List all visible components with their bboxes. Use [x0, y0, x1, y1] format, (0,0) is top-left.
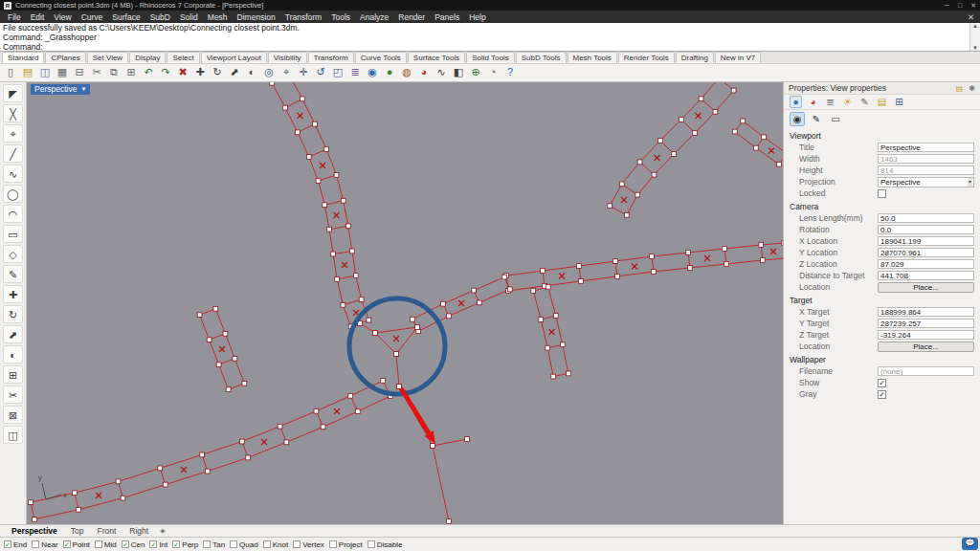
save-icon[interactable]: ◫ — [37, 65, 53, 80]
viewport-canvas[interactable]: xy — [27, 82, 783, 524]
array-tool-icon[interactable]: ⊞ — [3, 365, 23, 384]
circle-tool-icon[interactable]: ◯ — [3, 185, 23, 203]
camera-props-tab-icon[interactable]: ◉ — [790, 112, 805, 126]
toolbar-tab-curve-tools[interactable]: Curve Tools — [355, 52, 407, 63]
y-target-field[interactable]: 287239.257 — [878, 319, 974, 328]
command-scrollbar[interactable]: ▲ ▼ — [969, 23, 980, 51]
toolbar-tab-new-in-v7[interactable]: New in V7 — [715, 52, 761, 63]
materials-tab-icon[interactable]: ◕ — [807, 96, 819, 108]
delete-icon[interactable]: ✖ — [175, 65, 190, 80]
zoom-extents-icon[interactable]: ◎ — [261, 65, 277, 80]
osnap-end-checkbox[interactable]: ✓ — [4, 540, 11, 548]
properties-tab-icon[interactable]: ● — [790, 96, 802, 108]
rotation-field[interactable]: 0.0 — [878, 225, 974, 234]
command-line-3[interactable]: Command: — [0, 42, 969, 51]
cut-icon[interactable]: ✂ — [89, 65, 104, 80]
split-tool-icon[interactable]: ⊠ — [3, 406, 23, 424]
arc-tool-icon[interactable]: ◠ — [3, 205, 23, 223]
move-tool-icon[interactable]: ✚ — [3, 285, 23, 303]
zoom-window-icon[interactable]: ⌖ — [278, 65, 294, 80]
menu-render[interactable]: Render — [393, 12, 430, 22]
viewport-props-tab-icon[interactable]: ▭ — [828, 112, 843, 126]
minimize-button[interactable]: ─ — [945, 2, 949, 10]
help-icon[interactable]: ? — [502, 65, 518, 80]
x-target-field[interactable]: 188999.864 — [878, 307, 974, 317]
maximize-button[interactable]: □ — [958, 2, 962, 10]
osnap-quad[interactable]: Quad — [230, 540, 258, 549]
rectangle-tool-icon[interactable]: ▭ — [3, 225, 23, 243]
print-icon[interactable]: ▦ — [55, 65, 70, 80]
menu-transform[interactable]: Transform — [280, 12, 326, 22]
toolbar-tab-display[interactable]: Display — [129, 52, 166, 63]
move-icon[interactable]: ✚ — [192, 65, 208, 80]
osnap-disable-checkbox[interactable] — [368, 540, 375, 548]
select-pointer-icon[interactable]: ◤ — [3, 84, 23, 102]
join-tool-icon[interactable]: ◫ — [3, 426, 23, 444]
toolbar-tab-set-view[interactable]: Set View — [87, 52, 128, 63]
location-place-button[interactable]: Place... — [878, 342, 974, 352]
lasso-select-icon[interactable]: ╳ — [3, 104, 23, 122]
record-history-icon[interactable]: ◔ — [485, 65, 501, 80]
osnap-knot-checkbox[interactable] — [263, 540, 271, 548]
toolbar-tab-surface-tools[interactable]: Surface Tools — [408, 52, 465, 63]
osnap-near-checkbox[interactable] — [32, 540, 39, 548]
toolbar-tab-subd-tools[interactable]: SubD Tools — [516, 52, 567, 63]
x-location-field[interactable]: 189041.199 — [878, 236, 974, 246]
properties-panel-icon[interactable]: ◉ — [365, 65, 380, 80]
undo-icon[interactable]: ↶ — [141, 65, 156, 80]
menu-mesh[interactable]: Mesh — [203, 12, 233, 22]
osnap-end[interactable]: ✓End — [4, 540, 27, 549]
osnap-knot[interactable]: Knot — [263, 540, 288, 549]
scroll-up-icon[interactable]: ▲ — [972, 23, 978, 29]
menu-subd[interactable]: SubD — [145, 12, 175, 22]
menu-close-icon[interactable]: ✕ — [962, 12, 980, 22]
new-file-icon[interactable]: ▯ — [3, 65, 18, 80]
viewport-tab-front[interactable]: Front — [91, 526, 122, 536]
osnap-disable[interactable]: Disable — [368, 540, 403, 549]
z-location-field[interactable]: 87.029 — [878, 259, 974, 269]
osnap-perp-checkbox[interactable]: ✓ — [172, 540, 180, 548]
menu-help[interactable]: Help — [464, 12, 490, 22]
osnap-cen-checkbox[interactable]: ✓ — [122, 540, 129, 548]
osnap-vertex[interactable]: Vertex — [293, 540, 324, 549]
distance-to-target-field[interactable]: 441.708 — [878, 271, 974, 280]
osnap-project[interactable]: Project — [329, 540, 363, 549]
sun-tab-icon[interactable]: ☀ — [841, 96, 854, 108]
menu-edit[interactable]: Edit — [26, 12, 50, 22]
osnap-point[interactable]: ✓Point — [63, 540, 90, 549]
toolbar-tab-standard[interactable]: Standard — [2, 52, 44, 63]
viewport-perspective[interactable]: Perspective ▼ xy — [27, 82, 783, 524]
material-icon[interactable]: ◕ — [416, 65, 432, 80]
title-field[interactable]: Perspective — [878, 143, 974, 152]
osnap-point-checkbox[interactable]: ✓ — [63, 540, 71, 548]
menu-dimension[interactable]: Dimension — [233, 12, 280, 22]
osnap-vertex-checkbox[interactable] — [293, 540, 301, 548]
toolbar-tab-drafting[interactable]: Drafting — [676, 52, 714, 63]
annotate-tool-icon[interactable]: ✎ — [3, 265, 23, 283]
y-location-field[interactable]: 287070.961 — [878, 248, 974, 257]
mirror-tool-icon[interactable]: ◐ — [3, 345, 23, 364]
toolbar-tab-mesh-tools[interactable]: Mesh Tools — [568, 52, 617, 63]
filename-field[interactable]: (none) — [878, 366, 974, 376]
gumball-icon[interactable]: ⊕ — [468, 65, 483, 80]
z-target-field[interactable]: -319.264 — [878, 330, 974, 340]
menu-analyze[interactable]: Analyze — [355, 12, 393, 22]
osnap-tan-checkbox[interactable] — [203, 540, 211, 548]
menu-view[interactable]: View — [49, 12, 76, 22]
panel-gear-icon[interactable]: ✱ — [969, 84, 975, 93]
notes-tab-icon[interactable]: ✎ — [858, 96, 871, 108]
rotate-view-icon[interactable]: ↺ — [313, 65, 328, 80]
lens-length-mm-field[interactable]: 50.0 — [878, 213, 974, 223]
grasshopper-icon[interactable]: ● — [382, 65, 397, 80]
redo-icon[interactable]: ↷ — [158, 65, 173, 80]
named-views-icon[interactable]: ◰ — [330, 65, 345, 80]
viewport-tab-right[interactable]: Right — [123, 526, 154, 536]
cplane-icon[interactable]: ⌖ — [3, 124, 23, 143]
mirror-icon[interactable]: ◐ — [244, 65, 259, 80]
menu-curve[interactable]: Curve — [77, 12, 108, 22]
polyline-tool-icon[interactable]: ∿ — [3, 165, 23, 183]
chevron-down-icon[interactable]: ▾ — [968, 178, 972, 187]
rotate-tool-icon[interactable]: ↻ — [3, 305, 23, 323]
curve-tools-icon[interactable]: ∿ — [434, 65, 449, 80]
viewport-tab-perspective[interactable]: Perspective — [6, 526, 63, 536]
